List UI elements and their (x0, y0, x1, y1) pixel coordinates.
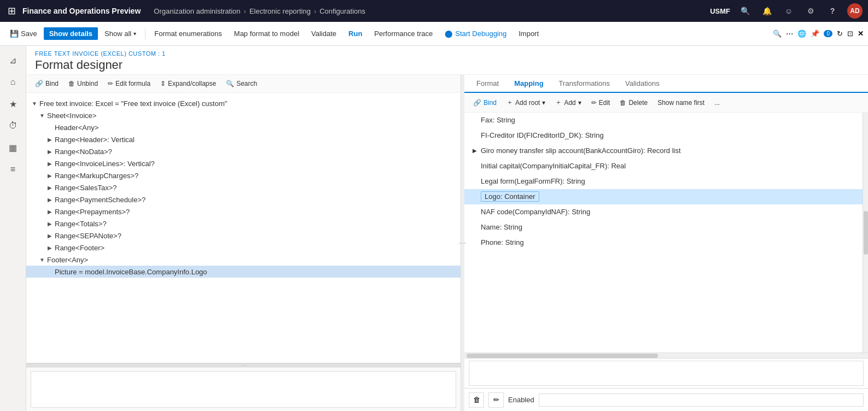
breadcrumb-sep-2: › (314, 7, 316, 15)
sidebar-list-icon[interactable]: ≡ (3, 160, 23, 179)
mapping-item[interactable]: Phone: String (464, 235, 863, 250)
toolbar-globe-icon[interactable]: 🌐 (797, 30, 806, 38)
sidebar-filter-icon[interactable]: ⊿ (3, 50, 23, 70)
bell-icon[interactable]: 🔔 (760, 4, 774, 18)
show-details-button[interactable]: Show details (44, 27, 98, 40)
tree-item[interactable]: ▶ Range<SEPANote>? (26, 230, 461, 242)
tree-toggle[interactable]: ▶ (46, 172, 54, 179)
sidebar-home-icon[interactable]: ⌂ (3, 72, 23, 92)
search-icon[interactable]: 🔍 (738, 4, 752, 18)
tree-item[interactable]: ▶ Range<Header>: Vertical (26, 133, 461, 145)
tree-formula-panel (26, 367, 461, 411)
tree-item[interactable]: ▶ Range<MarkupCharges>? (26, 169, 461, 181)
mapping-hscrollbar[interactable] (464, 353, 868, 358)
mapping-edit-action-button[interactable]: ✏ (488, 392, 504, 408)
tab-transformations[interactable]: Transformations (551, 75, 617, 93)
toolbar-close-icon[interactable]: ✕ (858, 30, 864, 38)
validate-button[interactable]: Validate (306, 27, 342, 40)
save-button[interactable]: 💾 Save (4, 27, 43, 40)
tree-item[interactable]: ▼ Free text invoice: Excel = "Free text … (26, 97, 461, 109)
mapping-delete-button[interactable]: 🗑 Delete (615, 97, 652, 108)
tree-item[interactable]: ▶ Range<SalesTax>? (26, 181, 461, 193)
mapping-item[interactable]: Initial capital(CompanyInitialCapital_FR… (464, 158, 863, 174)
mapping-edit-button[interactable]: ✏ Edit (587, 97, 615, 108)
tree-toggle[interactable]: ▼ (38, 256, 46, 263)
tab-mapping[interactable]: Mapping (506, 75, 551, 93)
tree-bind-button[interactable]: 🔗 Bind (31, 78, 63, 89)
tree-expand-collapse-button[interactable]: ⇕ Expand/collapse (156, 78, 220, 89)
tree-content: ▼ Free text invoice: Excel = "Free text … (26, 93, 461, 363)
toolbar-more-icon[interactable]: ··· (786, 29, 793, 39)
tree-edit-formula-button[interactable]: ✏ Edit formula (103, 78, 155, 89)
help-icon[interactable]: ? (825, 4, 840, 18)
horizontal-divider[interactable]: ··· (26, 363, 461, 367)
tree-toggle[interactable]: ▶ (46, 184, 54, 191)
tree-item[interactable]: ▶ Range<PaymentSchedule>? (26, 193, 461, 206)
tab-format[interactable]: Format (469, 75, 506, 93)
mapping-add-root-button[interactable]: ＋ Add root ▾ (502, 96, 550, 109)
tree-item[interactable]: ▶ Range<Totals>? (26, 218, 461, 230)
mapping-item[interactable]: ▶ Giro money transfer slip account(BankA… (464, 143, 863, 158)
tree-item-selected[interactable]: ▶ Picture = model.InvoiceBase.CompanyInf… (26, 266, 461, 278)
enabled-input[interactable] (539, 394, 864, 407)
start-debugging-button[interactable]: ⬤ Start Debugging (439, 27, 512, 40)
breadcrumb-org-admin[interactable]: Organization administration (154, 7, 240, 15)
tree-toggle[interactable]: ▶ (46, 220, 54, 227)
show-all-button[interactable]: Show all ▾ (99, 27, 142, 40)
show-name-first-button[interactable]: Show name first (653, 97, 709, 108)
toolbar-open-icon[interactable]: ⊡ (847, 30, 853, 38)
mapping-enabled-panel: 🗑 ✏ Enabled (464, 388, 868, 411)
tree-toggle[interactable]: ▶ (46, 208, 54, 215)
tree-item[interactable]: ▶ Range<NoData>? (26, 145, 461, 157)
add-root-caret: ▾ (542, 99, 545, 107)
mapping-item[interactable]: Name: String (464, 220, 863, 235)
tree-item[interactable]: ▼ Sheet<Invoice> (26, 109, 461, 121)
tree-toggle[interactable]: ▶ (46, 148, 54, 155)
app-grid-icon[interactable]: ⊞ (5, 3, 18, 19)
format-enumerations-button[interactable]: Format enumerations (149, 27, 228, 40)
tree-toggle[interactable]: ▶ (46, 136, 54, 143)
tree-formula-box[interactable] (31, 371, 456, 408)
breadcrumb-electronic-reporting[interactable]: Electronic reporting (249, 7, 311, 15)
mapping-delete-action-button[interactable]: 🗑 (469, 392, 484, 408)
tree-item[interactable]: ▶ Header<Any> (26, 121, 461, 133)
toolbar-refresh-icon[interactable]: ↻ (837, 30, 843, 38)
tree-toggle[interactable]: ▼ (38, 111, 46, 119)
app-title: Finance and Operations Preview (22, 7, 141, 15)
tab-validations[interactable]: Validations (617, 75, 667, 93)
breadcrumb-configurations[interactable]: Configurations (319, 7, 365, 15)
tree-item[interactable]: ▶ Range<InvoiceLines>: Vertical? (26, 157, 461, 169)
tree-toggle[interactable]: ▼ (31, 99, 38, 107)
tree-unbind-button[interactable]: 🗑 Unbind (64, 78, 102, 89)
run-button[interactable]: Run (343, 27, 368, 40)
mapping-item[interactable]: Legal form(LegalFormFR): String (464, 174, 863, 189)
mapping-item-selected[interactable]: Logo: Container (464, 189, 863, 204)
tree-toggle[interactable]: ▶ (46, 232, 54, 239)
mapping-scrollbar[interactable] (863, 113, 868, 353)
avatar[interactable]: AD (847, 3, 863, 19)
tree-item[interactable]: ▶ Range<Prepayments>? (26, 206, 461, 218)
tree-search-button[interactable]: 🔍 Search (222, 78, 261, 89)
mapping-item[interactable]: Fax: String (464, 113, 863, 128)
mapping-item[interactable]: FI-Creditor ID(FICreditorID_DK): String (464, 128, 863, 143)
tree-toggle[interactable]: ▶ (46, 196, 54, 203)
tree-item[interactable]: ▶ Range<Footer> (26, 242, 461, 254)
performance-trace-button[interactable]: Performance trace (369, 27, 438, 40)
gear-icon[interactable]: ⚙ (803, 4, 818, 18)
sidebar-clock-icon[interactable]: ⏱ (3, 116, 23, 136)
map-format-button[interactable]: Map format to model (229, 27, 305, 40)
sidebar-grid-icon[interactable]: ▦ (3, 138, 23, 157)
smiley-icon[interactable]: ☺ (782, 4, 796, 18)
toolbar-search-icon[interactable]: 🔍 (773, 30, 782, 38)
tree-toggle[interactable]: ▶ (46, 244, 54, 251)
tree-toggle[interactable]: ▶ (46, 160, 54, 167)
formula-input[interactable] (469, 361, 864, 386)
mapping-more-button[interactable]: ... (710, 97, 724, 108)
sidebar-star-icon[interactable]: ★ (3, 94, 23, 114)
tree-item[interactable]: ▼ Footer<Any> (26, 254, 461, 266)
mapping-item[interactable]: NAF code(CompanyIdNAF): String (464, 204, 863, 220)
mapping-bind-button[interactable]: 🔗 Bind (469, 97, 501, 108)
import-button[interactable]: Import (513, 27, 544, 40)
toolbar-pin-icon[interactable]: 📌 (811, 30, 819, 38)
mapping-add-button[interactable]: ＋ Add ▾ (551, 96, 585, 109)
